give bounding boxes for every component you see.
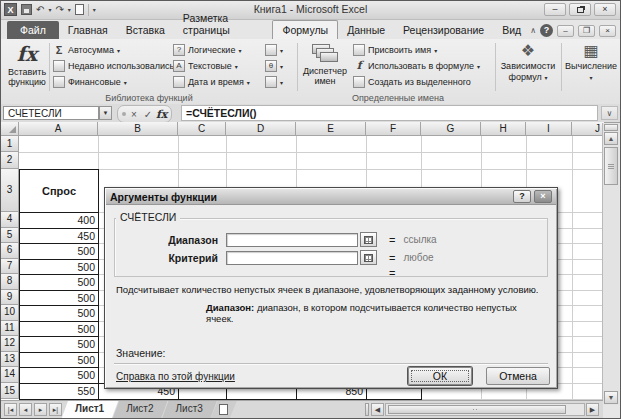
scroll-down-icon[interactable]: ▼ <box>604 391 618 404</box>
cell-A13[interactable]: 500 <box>19 352 99 369</box>
column-header-F[interactable]: F <box>366 122 421 136</box>
insert-function-button[interactable]: fx Вставить функцию <box>5 41 49 91</box>
sheet-tab-list3[interactable]: Лист3 <box>161 401 216 419</box>
name-box[interactable]: СЧЕТЕСЛИ <box>3 106 99 120</box>
row-header-3[interactable]: 3 <box>1 169 19 212</box>
insert-function-fx-icon[interactable]: fx <box>156 108 167 121</box>
dialog-title-bar[interactable]: Аргументы функции ? × <box>106 189 556 205</box>
criteria-input[interactable] <box>226 251 358 265</box>
vertical-scrollbar[interactable]: ▲ ▼ <box>602 123 619 405</box>
collapse-ribbon-icon[interactable]: ∧ <box>530 26 536 35</box>
cell-A8[interactable]: 500 <box>19 274 99 291</box>
column-header-A[interactable]: A <box>19 122 98 136</box>
range-input[interactable] <box>226 233 358 247</box>
workbook-minimize-icon[interactable]: – <box>557 25 574 37</box>
restore-icon[interactable] <box>569 3 591 16</box>
prev-sheet-icon[interactable]: ◂ <box>19 403 32 416</box>
autosum-button[interactable]: Σ Автосумма <box>53 43 120 57</box>
calculation-button[interactable]: ▦ Вычисление <box>565 41 617 91</box>
cell-A15[interactable]: 550 <box>19 383 99 400</box>
cell-A9[interactable]: 500 <box>19 290 99 307</box>
tab-file[interactable]: Файл <box>7 21 59 39</box>
expand-formula-bar-icon[interactable]: ∨ <box>601 106 618 120</box>
formula-auditing-button[interactable]: ❖ Зависимости формул <box>499 41 557 91</box>
cell-A14[interactable]: 500 <box>19 367 99 384</box>
cell-A10[interactable]: 500 <box>19 305 99 322</box>
cell-A11[interactable]: 500 <box>19 321 99 338</box>
row-header-5[interactable]: 5 <box>1 228 19 244</box>
horizontal-scrollbar[interactable] <box>385 403 585 416</box>
vertical-split-handle[interactable] <box>604 124 618 131</box>
tab-insert[interactable]: Вставка <box>117 21 174 39</box>
tab-review[interactable]: Рецензирование <box>394 21 493 39</box>
help-icon[interactable]: ? <box>540 24 553 37</box>
workbook-restore-icon[interactable]: ❐ <box>578 25 595 37</box>
row-header-11[interactable]: 11 <box>1 321 19 337</box>
row-header-9[interactable]: 9 <box>1 290 19 306</box>
scroll-right-icon[interactable]: ▶ <box>586 403 599 416</box>
scroll-up-icon[interactable]: ▲ <box>604 132 618 145</box>
tab-data[interactable]: Данные <box>338 21 394 39</box>
dialog-close-icon[interactable]: × <box>534 190 552 203</box>
close-icon[interactable]: × <box>594 3 616 16</box>
column-header-J[interactable]: J <box>572 122 604 136</box>
row-header-1[interactable]: 1 <box>1 136 19 152</box>
tab-page-layout[interactable]: Разметка страницы <box>174 9 273 39</box>
row-header-6[interactable]: 6 <box>1 243 19 259</box>
minimize-icon[interactable]: – <box>544 3 566 16</box>
formula-input[interactable]: =СЧЁТЕСЛИ() <box>181 105 598 121</box>
column-header-D[interactable]: D <box>226 122 296 136</box>
row-header-7[interactable]: 7 <box>1 259 19 275</box>
name-manager-button[interactable]: Диспетчер имен <box>301 41 349 91</box>
sheet-tab-list1[interactable]: Лист1 <box>61 401 118 419</box>
workbook-close-icon[interactable]: × <box>599 25 616 37</box>
sheet-tab-list2[interactable]: Лист2 <box>112 401 167 419</box>
column-header-G[interactable]: G <box>421 122 481 136</box>
tab-home[interactable]: Главная <box>59 21 117 39</box>
text-functions-button[interactable]: A Текстовые <box>173 59 238 73</box>
column-header-H[interactable]: H <box>481 122 526 136</box>
cell-A3[interactable]: Спрос <box>19 169 99 213</box>
row-header-13[interactable]: 13 <box>1 352 19 368</box>
math-trig-button[interactable]: θ <box>265 59 283 73</box>
tab-view[interactable]: Вид <box>493 21 530 39</box>
column-header-B[interactable]: B <box>98 122 178 136</box>
recently-used-button[interactable]: Недавно использовались <box>53 59 180 73</box>
first-sheet-icon[interactable]: |◂ <box>4 403 17 416</box>
tab-formulas[interactable]: Формулы <box>272 20 338 39</box>
next-sheet-icon[interactable]: ▸ <box>34 403 47 416</box>
cell-A12[interactable]: 500 <box>19 336 99 353</box>
lookup-reference-button[interactable] <box>265 43 283 57</box>
financial-button[interactable]: Финансовые <box>53 75 127 89</box>
horizontal-scroll-thumb[interactable] <box>388 405 566 414</box>
select-all-corner[interactable] <box>1 122 19 136</box>
row-header-10[interactable]: 10 <box>1 305 19 321</box>
vertical-scroll-thumb[interactable] <box>604 147 618 185</box>
cell-A7[interactable]: 500 <box>19 259 99 276</box>
date-time-button[interactable]: Дата и время <box>173 75 250 89</box>
more-functions-button[interactable] <box>265 75 283 89</box>
column-header-I[interactable]: I <box>526 122 572 136</box>
cell-A4[interactable]: 400 <box>19 212 99 229</box>
row-header-14[interactable]: 14 <box>1 367 19 383</box>
name-box-dropdown-icon[interactable]: ▼ <box>99 106 112 120</box>
column-header-C[interactable]: C <box>178 122 226 136</box>
enter-entry-icon[interactable]: ✓ <box>142 109 154 120</box>
row-header-8[interactable]: 8 <box>1 274 19 290</box>
cell-A5[interactable]: 450 <box>19 228 99 245</box>
create-from-selection-button[interactable]: Создать из выделенного <box>353 75 471 89</box>
range-selector-button[interactable] <box>360 232 377 247</box>
use-in-formula-button[interactable]: f Использовать в формуле <box>353 59 480 73</box>
row-header-4[interactable]: 4 <box>1 212 19 228</box>
cancel-entry-icon[interactable]: × <box>128 109 140 120</box>
row-header-12[interactable]: 12 <box>1 336 19 352</box>
define-name-button[interactable]: Присвоить имя <box>353 43 437 57</box>
ok-button[interactable]: ОК <box>408 367 472 385</box>
tab-split-handle[interactable] <box>365 403 369 416</box>
scroll-left-icon[interactable]: ◀ <box>371 403 384 416</box>
cell-A6[interactable]: 500 <box>19 243 99 260</box>
logical-button[interactable]: ? Логические <box>173 43 241 57</box>
row-header-2[interactable]: 2 <box>1 152 19 169</box>
row-header-15[interactable]: 15 <box>1 383 19 399</box>
function-help-link[interactable]: Справка по этой функции <box>116 371 235 382</box>
